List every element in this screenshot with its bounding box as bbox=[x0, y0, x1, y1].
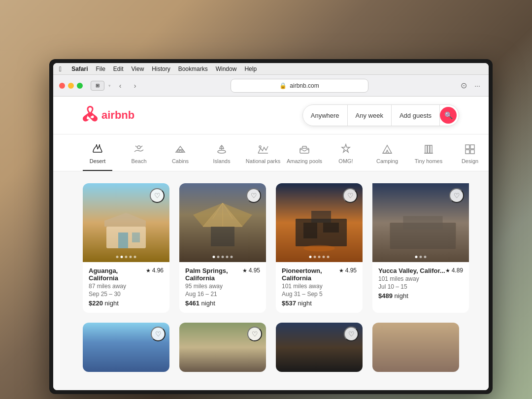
heart-icon-3: ♡ bbox=[347, 192, 354, 200]
listing-card-5[interactable]: ♡ bbox=[83, 323, 169, 372]
close-button[interactable] bbox=[59, 83, 65, 89]
listing-rating-1: ★ 4.96 bbox=[146, 267, 164, 274]
maximize-button[interactable] bbox=[77, 83, 83, 89]
price-value-4: $489 bbox=[378, 292, 393, 299]
listing-location-4: Yucca Valley, Califor... bbox=[378, 267, 445, 274]
listing-card-3[interactable]: ♡ Pioneertown bbox=[276, 183, 363, 313]
listing-image-8 bbox=[372, 323, 459, 372]
wishlist-button-3[interactable]: ♡ bbox=[343, 188, 358, 203]
category-camping[interactable]: Camping bbox=[372, 142, 402, 171]
wishlist-button-5[interactable]: ♡ bbox=[151, 327, 166, 341]
price-value-3: $537 bbox=[282, 299, 296, 307]
search-anywhere[interactable]: Anywhere bbox=[303, 105, 348, 126]
omgi-icon bbox=[340, 142, 352, 156]
reader-mode-button[interactable]: ⊙ bbox=[458, 80, 469, 91]
forward-icon: › bbox=[134, 82, 136, 90]
menubar-edit[interactable]: Edit bbox=[113, 66, 124, 72]
search-add-guests[interactable]: Add guests bbox=[392, 105, 440, 126]
listing-card-7[interactable]: ♡ bbox=[276, 323, 363, 372]
sidebar-toggle-button[interactable]: ⊞ bbox=[91, 81, 104, 91]
menubar-bookmarks[interactable]: Bookmarks bbox=[178, 66, 208, 72]
category-beach[interactable]: Beach bbox=[124, 142, 154, 171]
desert-label: Desert bbox=[90, 158, 105, 164]
category-amazing-pools[interactable]: Amazing pools bbox=[290, 142, 319, 171]
star-icon-1: ★ bbox=[146, 267, 151, 274]
national-parks-icon bbox=[257, 142, 269, 156]
menubar-help[interactable]: Help bbox=[244, 66, 257, 72]
listing-card-2[interactable]: ♡ Palm Spring bbox=[179, 183, 266, 313]
apple-menu[interactable]:  bbox=[59, 65, 62, 73]
extensions-button[interactable]: ··· bbox=[472, 80, 483, 91]
svg-point-38 bbox=[303, 245, 335, 252]
wishlist-button-4[interactable]: ♡ bbox=[449, 188, 464, 203]
listing-card-4[interactable]: ♡ Yucca Valley, Califor... bbox=[372, 183, 469, 313]
wishlist-button-6[interactable]: ♡ bbox=[247, 327, 262, 341]
dot-1-1 bbox=[116, 256, 119, 258]
traffic-lights bbox=[59, 83, 83, 89]
listing-card-6[interactable]: ♡ bbox=[179, 323, 266, 372]
sidebar-chevron: ▾ bbox=[108, 83, 111, 88]
heart-icon-6: ♡ bbox=[252, 330, 258, 338]
airbnb-header: airbnb Anywhere Any week Add guests 🔍 bbox=[53, 97, 489, 134]
category-omgi[interactable]: OMG! bbox=[331, 142, 361, 171]
sidebar-icon: ⊞ bbox=[96, 83, 100, 88]
menubar-safari[interactable]: Safari bbox=[71, 66, 88, 72]
rating-value-4: 4.89 bbox=[452, 267, 463, 274]
search-bar[interactable]: Anywhere Any week Add guests 🔍 bbox=[302, 104, 459, 126]
islands-label: Islands bbox=[213, 158, 231, 164]
dot-2-1 bbox=[213, 256, 215, 258]
listing-location-1: Aguanga, California bbox=[89, 267, 146, 282]
tiny-homes-icon bbox=[423, 142, 434, 156]
category-tiny-homes[interactable]: Tiny homes bbox=[414, 142, 443, 171]
design-label: Design bbox=[462, 158, 478, 164]
listing-title-row-4: Yucca Valley, Califor... ★ 4.89 bbox=[378, 267, 463, 274]
listing-card-1[interactable]: ♡ Aguanga, Ca bbox=[83, 183, 169, 313]
dot-1-4 bbox=[130, 256, 132, 258]
heart-icon-1: ♡ bbox=[154, 192, 161, 200]
category-cabins[interactable]: Cabins bbox=[166, 142, 195, 171]
listing-info-4: Yucca Valley, Califor... ★ 4.89 101 mile… bbox=[372, 262, 469, 305]
wishlist-button-1[interactable]: ♡ bbox=[150, 188, 165, 203]
menubar-view[interactable]: View bbox=[132, 66, 144, 72]
cabins-label: Cabins bbox=[172, 158, 189, 164]
category-desert[interactable]: Desert bbox=[83, 142, 112, 171]
svg-marker-24 bbox=[104, 213, 146, 227]
minimize-button[interactable] bbox=[68, 83, 74, 89]
dot-3-5 bbox=[327, 256, 330, 258]
listing-image-5: ♡ bbox=[83, 323, 169, 372]
omgi-label: OMG! bbox=[338, 158, 353, 164]
search-any-week[interactable]: Any week bbox=[348, 105, 392, 126]
airbnb-logo-icon bbox=[83, 106, 98, 125]
heart-icon-4: ♡ bbox=[454, 192, 460, 200]
listing-rating-4: ★ 4.89 bbox=[445, 267, 463, 274]
cabins-icon bbox=[174, 142, 186, 156]
back-button[interactable]: ‹ bbox=[115, 80, 126, 91]
price-value-2: $461 bbox=[185, 299, 200, 307]
category-islands[interactable]: Islands bbox=[207, 142, 236, 171]
rating-value-2: 4.95 bbox=[249, 267, 260, 274]
menubar-file[interactable]: File bbox=[96, 66, 105, 72]
airbnb-logo[interactable]: airbnb bbox=[83, 106, 134, 125]
category-national-parks[interactable]: National parks bbox=[248, 142, 278, 171]
search-button[interactable]: 🔍 bbox=[440, 107, 457, 124]
forward-button[interactable]: › bbox=[130, 80, 140, 91]
category-design[interactable]: Design bbox=[455, 142, 485, 171]
listing-card-8[interactable] bbox=[372, 323, 459, 372]
dot-2-5 bbox=[231, 256, 233, 258]
listing-title-row-2: Palm Springs, California ★ 4.95 bbox=[185, 267, 260, 282]
dot-4-3 bbox=[424, 256, 427, 258]
listing-title-row-1: Aguanga, California ★ 4.96 bbox=[89, 267, 164, 282]
extensions-icon: ··· bbox=[474, 82, 480, 90]
wishlist-button-7[interactable]: ♡ bbox=[344, 327, 359, 341]
address-bar[interactable]: 🔒 airbnb.com bbox=[231, 79, 368, 93]
amazing-pools-label: Amazing pools bbox=[287, 158, 322, 164]
wishlist-button-2[interactable]: ♡ bbox=[246, 188, 261, 203]
dot-4-2 bbox=[420, 256, 422, 258]
camping-icon bbox=[381, 142, 393, 156]
islands-icon bbox=[216, 142, 228, 156]
lock-icon: 🔒 bbox=[279, 82, 287, 89]
price-unit-3: night bbox=[298, 299, 312, 307]
menubar-window[interactable]: Window bbox=[216, 66, 237, 72]
svg-rect-36 bbox=[303, 223, 317, 238]
menubar-history[interactable]: History bbox=[152, 66, 170, 72]
